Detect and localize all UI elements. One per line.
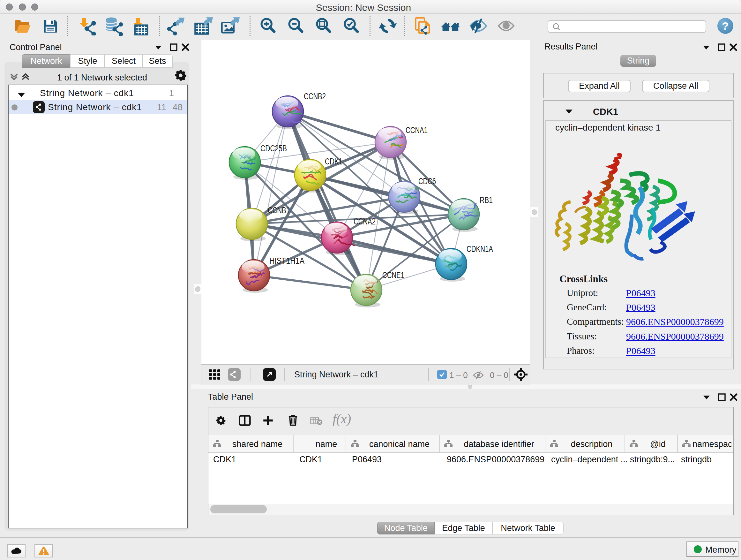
svg-text:CCNA1: CCNA1 xyxy=(406,125,428,135)
svg-text:CDC6: CDC6 xyxy=(418,176,436,186)
svg-text:CCNA2: CCNA2 xyxy=(354,216,376,226)
svg-text:HIST1H1A: HIST1H1A xyxy=(269,256,305,266)
svg-text:CDC25B: CDC25B xyxy=(260,143,287,153)
svg-text:CDKN1A: CDKN1A xyxy=(467,244,493,254)
svg-text:CCNE1: CCNE1 xyxy=(382,270,404,280)
svg-text:CCNB2: CCNB2 xyxy=(304,91,326,101)
svg-text:CDK1: CDK1 xyxy=(325,157,342,166)
svg-text:CCNB1: CCNB1 xyxy=(268,205,290,215)
svg-text:RB1: RB1 xyxy=(480,195,493,205)
